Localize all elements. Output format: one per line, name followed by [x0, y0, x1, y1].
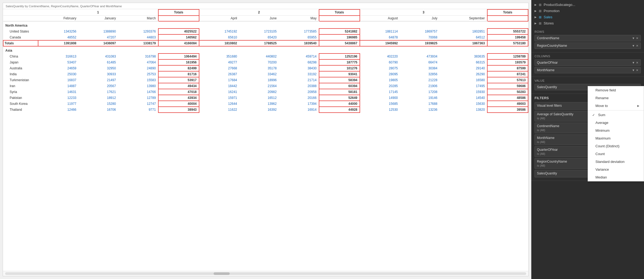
context-menu-stdev[interactable]: Standard deviation: [588, 158, 644, 166]
data-cell: 161956: [158, 59, 199, 65]
data-cell: 25753: [118, 71, 158, 77]
remove-icon[interactable]: ✕: [636, 37, 638, 40]
data-cell: 316613: [38, 53, 78, 59]
month-sep: September: [440, 16, 487, 22]
horizontal-scrollbar[interactable]: [5, 272, 526, 275]
country-name: Turkmenistan: [3, 77, 38, 83]
data-cell: 21906: [400, 83, 439, 89]
field-actions: ▼ ✕: [632, 37, 638, 40]
list-item-productsubcategory[interactable]: ▶ ⊞ ProductSubcatego...: [535, 2, 641, 8]
field-actions: ▼ ✕: [632, 44, 638, 48]
totals-cell: 1436097: [78, 40, 118, 46]
totals-cell: 1391808: [38, 40, 78, 46]
data-cell: 1343256: [38, 28, 78, 34]
list-item-promotion[interactable]: ▶ ⊞ Promotion: [535, 8, 641, 14]
country-name: South Korea: [3, 101, 38, 107]
data-cell: 440802: [239, 53, 279, 59]
totals-cell: 1839540: [279, 40, 319, 46]
data-cell: 82499: [158, 65, 199, 71]
rows-label: Rows: [535, 30, 641, 33]
data-cell: 20567: [78, 83, 118, 89]
table-row: Pakistan12233189121278943934159711651220…: [3, 95, 528, 101]
dropdown-icon[interactable]: ▼: [632, 61, 635, 65]
data-cell: 64512: [440, 34, 487, 40]
data-cell: 40004: [158, 101, 199, 107]
dropdown-icon[interactable]: ▼: [632, 37, 635, 40]
expand-icon: ▶: [535, 22, 537, 25]
data-cell: 15583: [118, 77, 158, 83]
data-cell: 20388: [279, 83, 319, 89]
expand-icon: ▶: [535, 16, 537, 19]
field-monthname[interactable]: MonthName ▼ ✕: [535, 67, 641, 73]
context-menu-rename[interactable]: Rename: [588, 94, 644, 102]
table-icon: ⊞: [539, 9, 541, 13]
data-cell: 13962: [239, 101, 279, 107]
data-cell: 17495: [440, 83, 487, 89]
context-menu-count[interactable]: Count: [588, 150, 644, 158]
table-row: Thailand12466167069771389431162216392169…: [3, 107, 528, 113]
data-cell: 12644: [199, 101, 239, 107]
data-cell: 17208: [400, 89, 439, 95]
item-label: Sales: [544, 15, 552, 19]
data-cell: 16837: [38, 77, 78, 83]
field-regioncountryname[interactable]: RegionCountryName ▼ ✕: [535, 42, 641, 49]
data-cell: 5241882: [319, 28, 360, 34]
data-cell: 61485: [78, 59, 118, 65]
data-cell: 30933: [78, 71, 118, 77]
columns-label: Columns: [535, 55, 641, 58]
data-cell: 351680: [199, 53, 239, 59]
data-cell: 64878: [360, 34, 400, 40]
matrix-container[interactable]: 1 Totals 2 Totals 3 Totals February Janu…: [3, 9, 528, 271]
horizontal-scrollbar-container[interactable]: [3, 271, 528, 276]
data-cell: 12530: [360, 107, 400, 113]
data-cell: 70200: [239, 59, 279, 65]
month-row: February January March April June May Au…: [3, 16, 528, 22]
quarter-2-header: 2: [199, 9, 319, 16]
data-cell: 17394: [279, 101, 319, 107]
data-cell: 44928: [319, 107, 360, 113]
data-cell: 196985: [319, 34, 360, 40]
data-cell: 65420: [239, 34, 279, 40]
data-cell: 60394: [319, 83, 360, 89]
list-item-sales[interactable]: ▶ ⊞ Sales: [535, 14, 641, 20]
data-cell: 60790: [360, 59, 400, 65]
remove-icon[interactable]: ✕: [636, 69, 638, 72]
context-menu-count-distinct[interactable]: Count (Distinct): [588, 142, 644, 150]
data-cell: 15971: [199, 95, 239, 101]
context-menu-average[interactable]: Average: [588, 119, 644, 127]
data-cell: 17621: [78, 89, 118, 95]
table-row: Australia2465932950248908249927668351783…: [3, 65, 528, 71]
context-menu-variance[interactable]: Variance: [588, 166, 644, 173]
data-cell: 20166: [279, 95, 319, 101]
remove-icon[interactable]: ✕: [636, 61, 638, 65]
data-cell: 16580: [440, 77, 487, 83]
items-list: ▶ ⊞ ProductSubcatego... ▶ ⊞ Promotion ▶ …: [531, 0, 644, 28]
dropdown-icon[interactable]: ▼: [632, 44, 635, 48]
country-name: India: [3, 71, 38, 77]
context-menu-sum[interactable]: Sum: [588, 111, 644, 119]
dropdown-icon[interactable]: ▼: [632, 69, 635, 72]
data-cell: 68298: [279, 59, 319, 65]
context-menu-minimum[interactable]: Minimum: [588, 127, 644, 134]
context-menu-remove-field[interactable]: Remove field: [588, 86, 644, 94]
data-cell: 13820: [440, 107, 487, 113]
matrix-title: SalesQuantity by ContinentName, RegionCo…: [3, 3, 528, 9]
data-cell: 33462: [239, 71, 279, 77]
data-cell: 15280: [78, 101, 118, 107]
field-quarterofyear[interactable]: QuarterOfYear ▼ ✕: [535, 59, 641, 66]
list-item-stores[interactable]: ▶ ⊞ Stores: [535, 20, 641, 26]
context-menu-median[interactable]: Median: [588, 173, 644, 181]
context-menu-maximum[interactable]: Maximum: [588, 134, 644, 142]
data-cell: 32950: [78, 65, 118, 71]
remove-icon[interactable]: ✕: [636, 44, 638, 48]
data-cell: 1745192: [199, 28, 239, 34]
context-menu-move-to[interactable]: Move to: [588, 102, 644, 110]
scrollbar-thumb[interactable]: [214, 272, 230, 275]
expand-icon: ▶: [535, 9, 537, 12]
data-cell: 16706: [78, 107, 118, 113]
data-cell: 65610: [199, 34, 239, 40]
table-row: India25030309332575381716263873346233192…: [3, 71, 528, 77]
data-cell: 50283: [487, 89, 528, 95]
field-continentname[interactable]: ContinentName ▼ ✕: [535, 35, 641, 41]
item-label: Promotion: [544, 9, 559, 13]
